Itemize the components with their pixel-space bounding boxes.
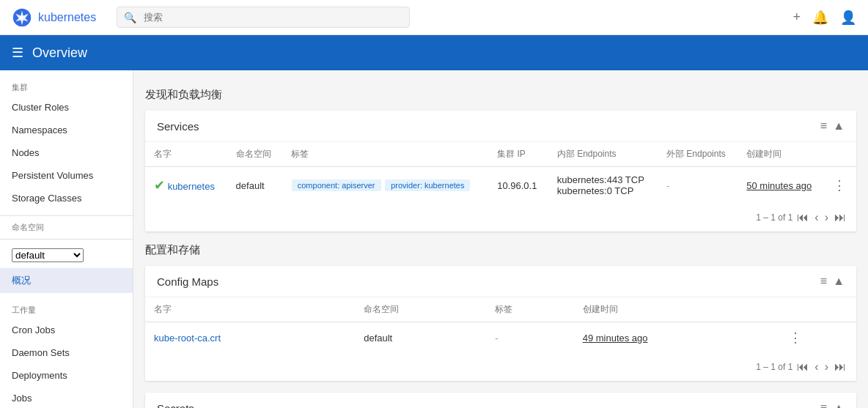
col-actions (824, 142, 856, 167)
workload-section-label: 工作量 (0, 293, 133, 319)
sidebar-item-cluster-roles[interactable]: Cluster Roles (0, 96, 133, 119)
configmaps-card-header: Config Maps ≡ ▲ (145, 266, 856, 297)
col-namespace: 命名空间 (227, 142, 282, 167)
sidebar-item-jobs[interactable]: Jobs (0, 387, 133, 408)
cluster-section-label: 集群 (0, 70, 133, 96)
col-created: 创建时间 (738, 142, 824, 167)
secrets-filter-icon[interactable]: ≡ (820, 401, 827, 408)
content-area: 发现和负载均衡 Services ≡ ▲ 名字 命名空间 标签 集群 IP 内部… (133, 70, 868, 408)
sidebar-item-storage-classes[interactable]: Storage Classes (0, 187, 133, 209)
pagination-prev[interactable]: ‹ (813, 209, 820, 226)
configmaps-title: Config Maps (157, 275, 218, 288)
sidebar-item-namespaces[interactable]: Namespaces (0, 119, 133, 141)
status-ok-icon: ✔ (154, 178, 165, 193)
cm-col-namespace: 命名空间 (355, 297, 486, 322)
cm-col-name: 名字 (145, 297, 355, 322)
svg-point-1 (20, 15, 23, 19)
secrets-card-actions: ≡ ▲ (820, 401, 845, 408)
tag-component: component: apiserver (292, 179, 381, 191)
sidebar-item-persistent-volumes[interactable]: Persistent Volumes (0, 164, 133, 187)
sidebar-item-overview[interactable]: 概况 (0, 268, 133, 293)
service-namespace: default (227, 167, 282, 204)
services-pagination: 1 – 1 of 1 ⏮ ‹ › ⏭ (145, 204, 856, 231)
col-name: 名字 (145, 142, 227, 167)
sidebar-item-deployments[interactable]: Deployments (0, 364, 133, 387)
table-row: ✔ kubernetes default component: apiserve… (145, 167, 856, 204)
pagination-next[interactable]: › (823, 209, 830, 226)
tag-provider: provider: kubernetes (385, 179, 470, 191)
service-labels: component: apiserver provider: kubernete… (282, 167, 488, 204)
table-row: kube-root-ca.crt default - 49 minutes ag… (145, 322, 856, 354)
cm-more-icon[interactable]: ⋮ (789, 330, 802, 345)
col-internal-endpoints: 内部 Endpoints (548, 142, 658, 167)
services-card-actions: ≡ ▲ (820, 119, 845, 133)
col-external-endpoints: 外部 Endpoints (658, 142, 738, 167)
services-title: Services (157, 120, 199, 133)
cm-labels: - (486, 322, 573, 354)
cm-name: kube-root-ca.crt (145, 322, 355, 354)
configmaps-table: 名字 命名空间 标签 创建时间 kube-root-ca.crt default… (145, 297, 856, 353)
search-container: 🔍 (117, 7, 410, 28)
service-cluster-ip: 10.96.0.1 (488, 167, 548, 204)
namespace-label: 命名空间 (12, 222, 44, 233)
services-card-header: Services ≡ ▲ (145, 111, 856, 142)
cm-pagination-first[interactable]: ⏮ (795, 359, 810, 375)
cm-pagination-next[interactable]: › (823, 359, 830, 375)
service-internal-endpoints: kubernetes:443 TCPkubernetes:0 TCP (548, 167, 658, 204)
services-pagination-text: 1 – 1 of 1 (756, 212, 792, 223)
pagination-first[interactable]: ⏮ (795, 209, 810, 226)
services-table: 名字 命名空间 标签 集群 IP 内部 Endpoints 外部 Endpoin… (145, 142, 856, 204)
service-more-icon[interactable]: ⋮ (833, 178, 846, 193)
col-cluster-ip: 集群 IP (488, 142, 548, 167)
menu-icon[interactable]: ☰ (12, 45, 23, 61)
secrets-collapse-icon[interactable]: ▲ (833, 401, 845, 408)
services-card: Services ≡ ▲ 名字 命名空间 标签 集群 IP 内部 Endpoin… (145, 111, 856, 231)
configmaps-filter-icon[interactable]: ≡ (820, 275, 827, 288)
configmaps-card-actions: ≡ ▲ (820, 275, 845, 288)
configmaps-pagination-text: 1 – 1 of 1 (756, 362, 792, 372)
cm-namespace: default (355, 322, 486, 354)
service-link[interactable]: kubernetes (168, 181, 215, 192)
namespace-select[interactable]: default kube-system kube-public (12, 248, 84, 262)
discovery-section-header: 发现和负载均衡 (145, 88, 856, 102)
secrets-card: Secrets ≡ ▲ (145, 393, 856, 408)
secrets-card-header: Secrets ≡ ▲ (145, 393, 856, 408)
col-labels: 标签 (282, 142, 488, 167)
config-section-header: 配置和存储 (145, 243, 856, 257)
service-external-endpoints: - (658, 167, 738, 204)
cm-link[interactable]: kube-root-ca.crt (154, 333, 221, 344)
sidebar-item-daemon-sets[interactable]: Daemon Sets (0, 341, 133, 364)
secrets-title: Secrets (157, 402, 194, 409)
service-created: 50 minutes ago (738, 167, 824, 204)
cm-pagination-prev[interactable]: ‹ (813, 359, 820, 375)
notification-icon[interactable]: 🔔 (812, 10, 828, 26)
configmaps-card: Config Maps ≡ ▲ 名字 命名空间 标签 创建时间 (145, 266, 856, 381)
services-filter-icon[interactable]: ≡ (820, 119, 827, 133)
page-title: Overview (32, 45, 87, 61)
logo: kubernetes (12, 7, 96, 28)
namespace-dropdown-wrapper: default kube-system kube-public (0, 245, 133, 268)
user-icon[interactable]: 👤 (840, 10, 856, 26)
topbar-actions: + 🔔 👤 (792, 10, 856, 26)
services-collapse-icon[interactable]: ▲ (833, 119, 845, 133)
cm-col-actions (780, 297, 857, 322)
service-more[interactable]: ⋮ (824, 167, 856, 204)
cm-col-labels: 标签 (486, 297, 573, 322)
header-bar: ☰ Overview (0, 35, 868, 70)
pagination-last[interactable]: ⏭ (833, 209, 847, 226)
sidebar-item-nodes[interactable]: Nodes (0, 141, 133, 164)
topbar: kubernetes 🔍 + 🔔 👤 (0, 0, 868, 35)
search-input[interactable] (117, 7, 410, 28)
search-icon: 🔍 (124, 12, 136, 23)
configmaps-collapse-icon[interactable]: ▲ (833, 275, 845, 288)
main-layout: 集群 Cluster Roles Namespaces Nodes Persis… (0, 70, 868, 408)
service-status-name: ✔ kubernetes (145, 167, 227, 204)
cm-pagination-last[interactable]: ⏭ (833, 359, 847, 375)
cm-more[interactable]: ⋮ (780, 322, 857, 354)
namespace-selector-container: 命名空间 (0, 215, 133, 240)
configmaps-pagination: 1 – 1 of 1 ⏮ ‹ › ⏭ (145, 353, 856, 381)
sidebar-item-cron-jobs[interactable]: Cron Jobs (0, 319, 133, 341)
logo-text: kubernetes (38, 11, 96, 24)
sidebar: 集群 Cluster Roles Namespaces Nodes Persis… (0, 70, 133, 408)
add-icon[interactable]: + (792, 10, 801, 25)
